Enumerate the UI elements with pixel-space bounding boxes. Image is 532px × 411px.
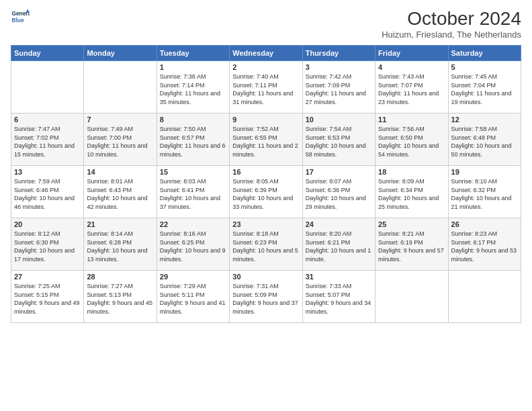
sunrise: Sunrise: 7:45 AM <box>451 73 498 80</box>
logo: General Blue <box>11 8 32 27</box>
sunrise: Sunrise: 8:10 AM <box>451 178 498 185</box>
daylight: Daylight: 10 hours and 17 minutes. <box>14 247 75 263</box>
sunset: Sunset: 7:07 PM <box>378 82 423 89</box>
col-wednesday: Wednesday <box>230 46 302 61</box>
daylight: Daylight: 9 hours and 57 minutes. <box>378 247 444 263</box>
day-number: 10 <box>306 116 372 124</box>
daylight: Daylight: 9 hours and 41 minutes. <box>160 300 226 315</box>
daylight: Daylight: 10 hours and 46 minutes. <box>14 195 75 210</box>
day-number: 6 <box>14 116 81 124</box>
table-row: 23 Sunrise: 8:18 AM Sunset: 6:23 PM Dayl… <box>230 218 302 271</box>
table-row: 28 Sunrise: 7:27 AM Sunset: 5:13 PM Dayl… <box>84 271 157 323</box>
day-info: Sunrise: 7:56 AM Sunset: 6:50 PM Dayligh… <box>378 125 445 158</box>
day-info: Sunrise: 8:05 AM Sunset: 6:39 PM Dayligh… <box>232 177 299 211</box>
calendar-header-row: Sunday Monday Tuesday Wednesday Thursday… <box>11 46 521 61</box>
table-row: 1 Sunrise: 7:38 AM Sunset: 7:14 PM Dayli… <box>157 61 229 113</box>
sunset: Sunset: 7:00 PM <box>87 134 132 141</box>
day-info: Sunrise: 8:18 AM Sunset: 6:23 PM Dayligh… <box>232 230 299 263</box>
header: General Blue October 2024 Huizum, Friesl… <box>11 8 521 40</box>
table-row <box>448 271 521 323</box>
daylight: Daylight: 10 hours and 9 minutes. <box>160 247 226 263</box>
table-row <box>375 271 448 323</box>
table-row: 19 Sunrise: 8:10 AM Sunset: 6:32 PM Dayl… <box>448 166 521 218</box>
table-row: 24 Sunrise: 8:20 AM Sunset: 6:21 PM Dayl… <box>302 218 375 271</box>
daylight: Daylight: 11 hours and 35 minutes. <box>160 90 220 105</box>
sunset: Sunset: 6:28 PM <box>87 239 132 246</box>
day-number: 22 <box>160 220 226 228</box>
calendar-week-row: 13 Sunrise: 7:59 AM Sunset: 6:46 PM Dayl… <box>11 166 521 218</box>
sunset: Sunset: 5:09 PM <box>232 291 277 298</box>
sunrise: Sunrise: 8:18 AM <box>232 230 279 237</box>
day-info: Sunrise: 8:09 AM Sunset: 6:34 PM Dayligh… <box>378 177 445 211</box>
sunrise: Sunrise: 8:03 AM <box>160 178 206 185</box>
sunset: Sunset: 6:19 PM <box>378 239 423 246</box>
daylight: Daylight: 9 hours and 49 minutes. <box>14 300 80 315</box>
day-number: 7 <box>87 116 153 124</box>
sunset: Sunset: 6:30 PM <box>14 239 59 246</box>
sunrise: Sunrise: 7:40 AM <box>232 73 279 80</box>
sunset: Sunset: 6:36 PM <box>306 187 351 193</box>
col-sunday: Sunday <box>11 46 84 61</box>
calendar-week-row: 1 Sunrise: 7:38 AM Sunset: 7:14 PM Dayli… <box>11 61 521 113</box>
table-row: 17 Sunrise: 8:07 AM Sunset: 6:36 PM Dayl… <box>302 166 375 218</box>
sunrise: Sunrise: 7:59 AM <box>14 178 60 185</box>
sunrise: Sunrise: 8:21 AM <box>378 230 425 237</box>
daylight: Daylight: 11 hours and 15 minutes. <box>14 142 75 158</box>
table-row: 11 Sunrise: 7:56 AM Sunset: 6:50 PM Dayl… <box>375 113 448 166</box>
col-friday: Friday <box>375 46 448 61</box>
table-row: 26 Sunrise: 8:23 AM Sunset: 6:17 PM Dayl… <box>448 218 521 271</box>
table-row: 16 Sunrise: 8:05 AM Sunset: 6:39 PM Dayl… <box>230 166 302 218</box>
sunset: Sunset: 7:04 PM <box>451 82 496 89</box>
sunset: Sunset: 6:46 PM <box>14 187 59 193</box>
day-info: Sunrise: 7:59 AM Sunset: 6:46 PM Dayligh… <box>14 177 81 211</box>
day-info: Sunrise: 7:58 AM Sunset: 6:48 PM Dayligh… <box>451 125 518 158</box>
table-row: 29 Sunrise: 7:29 AM Sunset: 5:11 PM Dayl… <box>157 271 229 323</box>
daylight: Daylight: 11 hours and 10 minutes. <box>87 142 147 158</box>
sunrise: Sunrise: 8:16 AM <box>160 230 206 237</box>
day-info: Sunrise: 7:38 AM Sunset: 7:14 PM Dayligh… <box>160 73 226 106</box>
day-info: Sunrise: 7:27 AM Sunset: 5:13 PM Dayligh… <box>87 282 153 316</box>
daylight: Daylight: 10 hours and 25 minutes. <box>378 195 439 210</box>
day-number: 8 <box>160 116 226 124</box>
day-number: 28 <box>87 273 153 281</box>
daylight: Daylight: 11 hours and 23 minutes. <box>378 90 439 105</box>
sunrise: Sunrise: 7:38 AM <box>160 73 206 80</box>
day-number: 13 <box>14 168 81 176</box>
sunset: Sunset: 6:41 PM <box>160 187 205 193</box>
day-number: 27 <box>14 273 81 281</box>
day-number: 4 <box>378 63 445 71</box>
sunset: Sunset: 6:57 PM <box>160 134 205 141</box>
day-number: 3 <box>306 63 372 71</box>
day-number: 30 <box>232 273 299 281</box>
day-info: Sunrise: 7:54 AM Sunset: 6:53 PM Dayligh… <box>306 125 372 158</box>
sunset: Sunset: 6:53 PM <box>306 134 351 141</box>
table-row: 5 Sunrise: 7:45 AM Sunset: 7:04 PM Dayli… <box>448 61 521 113</box>
table-row: 4 Sunrise: 7:43 AM Sunset: 7:07 PM Dayli… <box>375 61 448 113</box>
day-number: 11 <box>378 116 445 124</box>
table-row: 14 Sunrise: 8:01 AM Sunset: 6:43 PM Dayl… <box>84 166 157 218</box>
sunset: Sunset: 7:11 PM <box>232 82 277 89</box>
sunrise: Sunrise: 7:50 AM <box>160 126 206 132</box>
sunset: Sunset: 5:15 PM <box>14 291 59 298</box>
day-info: Sunrise: 7:40 AM Sunset: 7:11 PM Dayligh… <box>232 73 299 106</box>
sunrise: Sunrise: 8:12 AM <box>14 230 60 237</box>
sunset: Sunset: 6:43 PM <box>87 187 132 193</box>
day-number: 15 <box>160 168 226 176</box>
col-monday: Monday <box>84 46 157 61</box>
day-info: Sunrise: 8:20 AM Sunset: 6:21 PM Dayligh… <box>306 230 372 263</box>
sunrise: Sunrise: 7:42 AM <box>306 73 352 80</box>
sunrise: Sunrise: 7:54 AM <box>306 126 352 132</box>
table-row: 9 Sunrise: 7:52 AM Sunset: 6:55 PM Dayli… <box>230 113 302 166</box>
sunrise: Sunrise: 8:20 AM <box>306 230 352 237</box>
day-number: 2 <box>232 63 299 71</box>
table-row: 6 Sunrise: 7:47 AM Sunset: 7:02 PM Dayli… <box>11 113 84 166</box>
daylight: Daylight: 9 hours and 37 minutes. <box>232 300 298 315</box>
day-info: Sunrise: 7:52 AM Sunset: 6:55 PM Dayligh… <box>232 125 299 158</box>
table-row: 7 Sunrise: 7:49 AM Sunset: 7:00 PM Dayli… <box>84 113 157 166</box>
day-number: 31 <box>306 273 372 281</box>
table-row: 25 Sunrise: 8:21 AM Sunset: 6:19 PM Dayl… <box>375 218 448 271</box>
daylight: Daylight: 10 hours and 37 minutes. <box>160 195 220 210</box>
table-row: 22 Sunrise: 8:16 AM Sunset: 6:25 PM Dayl… <box>157 218 229 271</box>
day-info: Sunrise: 8:16 AM Sunset: 6:25 PM Dayligh… <box>160 230 226 263</box>
sunrise: Sunrise: 7:29 AM <box>160 283 206 289</box>
